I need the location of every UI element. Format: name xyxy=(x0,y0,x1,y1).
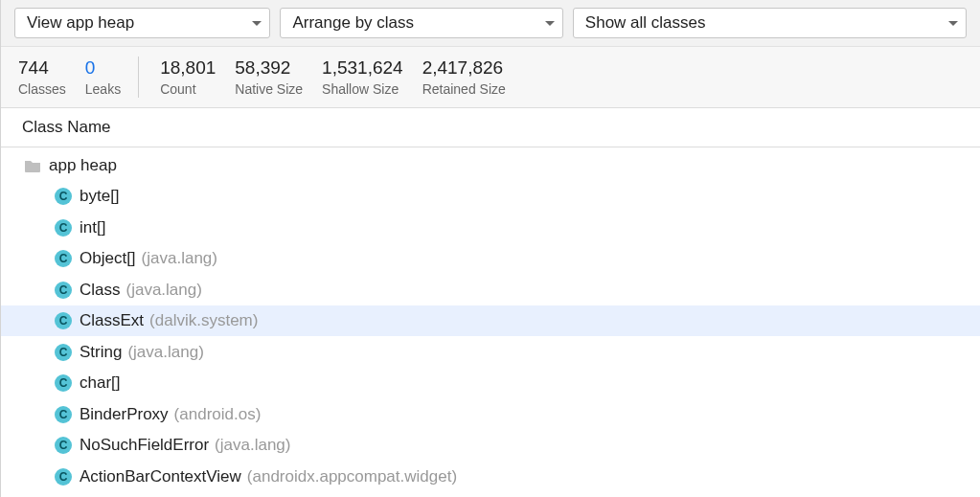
stat-retained: 2,417,826 Retained Size xyxy=(422,56,506,98)
tree-root-row[interactable]: app heap xyxy=(1,149,980,181)
class-name: BinderProxy xyxy=(80,405,169,424)
chevron-down-icon xyxy=(948,21,958,26)
folder-icon xyxy=(24,159,41,172)
class-name: char[] xyxy=(80,373,121,393)
stat-native: 58,392 Native Size xyxy=(235,56,303,98)
stat-shallow: 1,531,624 Shallow Size xyxy=(322,56,403,98)
column-header-classname: Class Name xyxy=(22,118,111,136)
class-name: ClassExt xyxy=(80,311,144,330)
class-icon: C xyxy=(55,188,72,205)
stat-classes-label: Classes xyxy=(18,81,66,99)
chevron-down-icon xyxy=(252,21,262,26)
class-name: byte[] xyxy=(80,187,120,206)
stat-count-label: Count xyxy=(160,81,195,99)
stat-classes: 744 Classes xyxy=(18,56,66,98)
tree-row[interactable]: Cbyte[] xyxy=(1,181,980,213)
filter-dropdown[interactable]: Show all classes xyxy=(573,8,967,38)
class-name: NoSuchFieldError xyxy=(80,436,209,455)
stat-shallow-value: 1,531,624 xyxy=(322,56,403,79)
class-icon: C xyxy=(55,219,72,237)
class-name: int[] xyxy=(80,218,105,237)
filter-dropdown-label: Show all classes xyxy=(585,13,706,33)
class-icon: C xyxy=(55,312,72,329)
class-icon: C xyxy=(55,437,72,454)
stat-retained-value: 2,417,826 xyxy=(422,56,504,79)
chevron-down-icon xyxy=(545,21,555,26)
tree-row[interactable]: Cchar[] xyxy=(1,368,980,399)
heap-dropdown[interactable]: View app heap xyxy=(14,8,270,38)
stat-count: 18,801 Count xyxy=(160,56,216,98)
class-icon: C xyxy=(55,468,72,486)
class-icon: C xyxy=(55,374,72,392)
stat-native-value: 58,392 xyxy=(235,56,290,79)
stat-retained-label: Retained Size xyxy=(422,81,506,99)
class-name: ActionBarContextView xyxy=(80,467,241,486)
table-header[interactable]: Class Name xyxy=(1,108,980,147)
class-name: String xyxy=(80,343,122,362)
top-controls-bar: View app heap Arrange by class Show all … xyxy=(1,0,980,47)
class-package: (java.lang) xyxy=(142,249,217,268)
tree-row[interactable]: CString(java.lang) xyxy=(1,336,980,368)
class-package: (java.lang) xyxy=(126,281,202,300)
heap-dropdown-label: View app heap xyxy=(27,13,134,33)
tree-row[interactable]: CClass(java.lang) xyxy=(1,274,980,305)
class-package: (androidx.appcompat.widget) xyxy=(247,467,457,486)
tree-row[interactable]: CClassExt(dalvik.system) xyxy=(1,305,980,337)
class-package: (java.lang) xyxy=(127,343,203,362)
stat-native-label: Native Size xyxy=(235,81,303,99)
tree-row[interactable]: CObject[](java.lang) xyxy=(1,243,980,275)
tree-row[interactable]: CNoSuchFieldError(java.lang) xyxy=(1,430,980,462)
stats-bar: 744 Classes 0 Leaks 18,801 Count 58,392 … xyxy=(1,47,980,108)
stat-leaks-value: 0 xyxy=(85,56,96,79)
class-icon: C xyxy=(55,282,72,299)
tree-row[interactable]: CActionBarContextView(androidx.appcompat… xyxy=(1,461,980,492)
class-name: Class xyxy=(80,281,121,300)
stat-count-value: 18,801 xyxy=(160,56,216,79)
arrange-dropdown[interactable]: Arrange by class xyxy=(280,8,562,38)
tree-row[interactable]: CBinderProxy(android.os) xyxy=(1,398,980,430)
class-package: (android.os) xyxy=(174,405,262,424)
stats-divider xyxy=(138,56,139,98)
arrange-dropdown-label: Arrange by class xyxy=(292,13,414,33)
class-name: Object[] xyxy=(80,249,136,268)
stat-shallow-label: Shallow Size xyxy=(322,81,399,99)
class-tree: app heap Cbyte[]Cint[]CObject[](java.lan… xyxy=(1,147,980,492)
class-package: (dalvik.system) xyxy=(149,311,258,330)
tree-root-label: app heap xyxy=(49,156,117,175)
stat-leaks-label: Leaks xyxy=(85,81,121,99)
class-icon: C xyxy=(55,406,72,423)
stat-classes-value: 744 xyxy=(18,56,49,79)
class-icon: C xyxy=(55,250,72,267)
stat-leaks[interactable]: 0 Leaks xyxy=(85,56,121,98)
class-icon: C xyxy=(55,344,72,361)
tree-row[interactable]: Cint[] xyxy=(1,212,980,243)
class-package: (java.lang) xyxy=(215,436,290,455)
